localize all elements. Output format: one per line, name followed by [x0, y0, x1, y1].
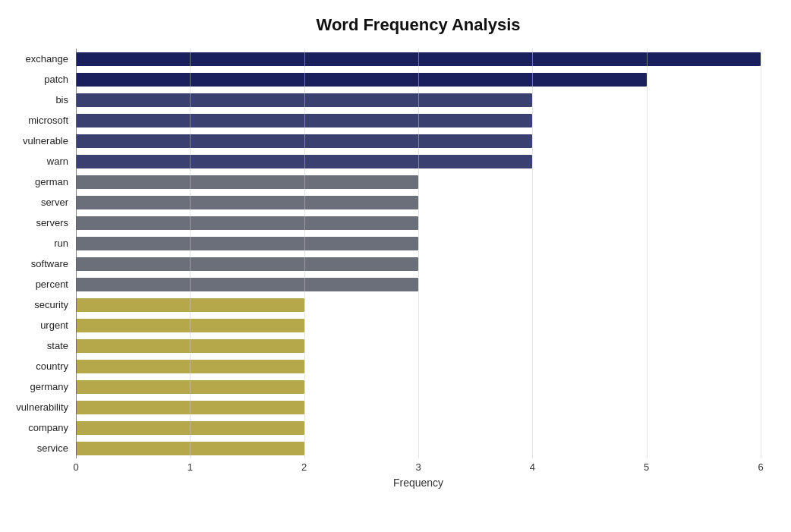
bar-label: germany [0, 381, 76, 392]
bar-label: vulnerable [0, 135, 76, 146]
bar-row: exchange [76, 51, 761, 68]
bar-label: service [0, 442, 76, 454]
bar-label: security [0, 299, 76, 310]
bar [76, 421, 304, 435]
bar-row: service [76, 440, 761, 457]
bar [76, 73, 647, 87]
x-axis-label: Frequency [76, 477, 761, 489]
chart-container: Word Frequency Analysis exchangepatchbis… [0, 0, 791, 532]
x-tick-label: 6 [758, 461, 763, 473]
x-tick-label: 5 [644, 461, 649, 473]
bar-row: server [76, 194, 761, 211]
bar-label: urgent [0, 320, 76, 331]
bar [76, 155, 532, 168]
bar-row: vulnerable [76, 133, 761, 150]
x-tick-label: 0 [73, 461, 78, 473]
bar-row: patch [76, 71, 761, 88]
bar [76, 380, 304, 394]
bar [76, 401, 304, 414]
bar [76, 237, 418, 250]
bar-row: urgent [76, 317, 761, 334]
bar-label: vulnerability [0, 401, 76, 413]
bar-row: bis [76, 92, 761, 109]
bar [76, 134, 532, 148]
bar [76, 196, 418, 209]
bar-row: run [76, 235, 761, 252]
bar [76, 216, 418, 230]
bar-label: servers [0, 217, 76, 228]
bar-label: exchange [0, 53, 76, 65]
bar-label: company [0, 422, 76, 433]
x-tick-label: 2 [301, 461, 307, 473]
bar-label: patch [0, 74, 76, 85]
bar-label: server [0, 197, 76, 208]
bar [76, 175, 418, 189]
bar-row: state [76, 338, 761, 354]
bar-row: warn [76, 153, 761, 170]
bar-label: bis [0, 94, 76, 105]
bar [76, 114, 532, 127]
x-axis: Frequency 0123456 [76, 458, 761, 489]
x-tick-label: 4 [530, 461, 535, 473]
chart-title: Word Frequency Analysis [76, 15, 761, 35]
bar-row: microsoft [76, 112, 761, 129]
bar-label: run [0, 238, 76, 249]
bar-row: servers [76, 215, 761, 231]
bar [76, 360, 304, 373]
bar [76, 298, 304, 312]
bar-label: state [0, 340, 76, 351]
bar [76, 319, 304, 332]
bar-row: software [76, 256, 761, 272]
bar [76, 257, 418, 271]
bar-label: microsoft [0, 115, 76, 126]
bar-row: security [76, 297, 761, 313]
bar-row: percent [76, 276, 761, 293]
bar-row: country [76, 358, 761, 375]
bar-label: percent [0, 279, 76, 290]
bar-label: software [0, 258, 76, 269]
chart-area: exchangepatchbismicrosoftvulnerablewarng… [76, 49, 761, 489]
bar [76, 93, 532, 107]
bar [76, 52, 761, 66]
bar-label: country [0, 360, 76, 372]
bar [76, 339, 304, 353]
x-tick-label: 1 [188, 461, 193, 473]
x-tick-label: 3 [415, 461, 421, 473]
bar-row: germany [76, 379, 761, 395]
bar [76, 278, 418, 291]
bar-label: warn [0, 156, 76, 167]
grid-line [761, 49, 761, 458]
bars-wrapper: exchangepatchbismicrosoftvulnerablewarng… [76, 49, 761, 458]
bar-row: german [76, 174, 761, 190]
bar [76, 442, 304, 455]
bar-row: company [76, 420, 761, 436]
bar-label: german [0, 176, 76, 187]
bar-row: vulnerability [76, 399, 761, 416]
